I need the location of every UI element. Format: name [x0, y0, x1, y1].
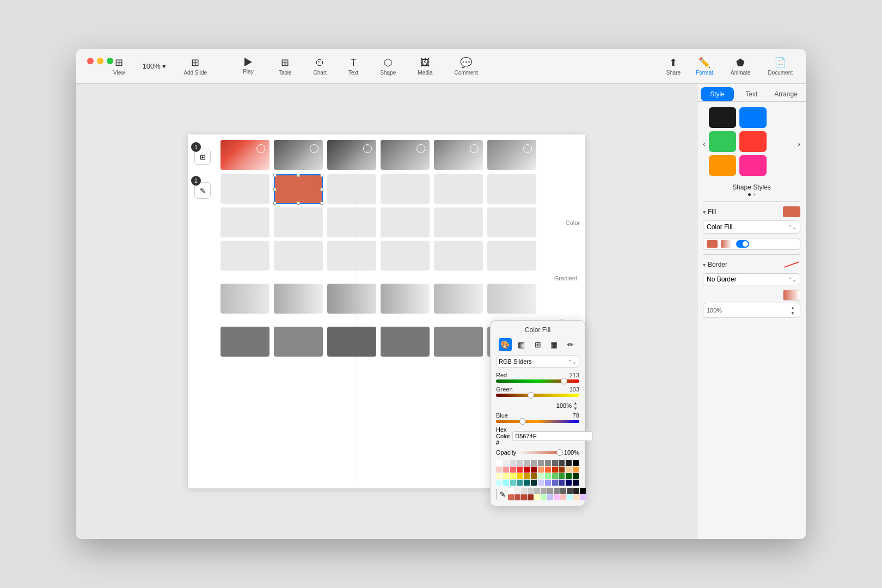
bottom-swatch-cell[interactable]	[534, 494, 540, 500]
palette-cell[interactable]	[531, 473, 537, 479]
palette-cell[interactable]	[517, 473, 523, 479]
panel-stepper[interactable]: ▲ ▼	[789, 305, 797, 316]
image-thumb-3[interactable]	[327, 327, 376, 357]
text-button[interactable]: T Text	[344, 55, 363, 78]
palette-cell[interactable]	[538, 460, 544, 466]
palette-cell[interactable]	[503, 473, 509, 479]
palette-cell[interactable]	[545, 460, 551, 466]
color-thumb-r2-3[interactable]	[327, 207, 376, 237]
border-select-row[interactable]: No Border ⌃⌄	[703, 273, 800, 285]
tab-text[interactable]: Text	[735, 87, 768, 101]
palette-cell[interactable]	[566, 480, 572, 486]
color-thumb-3[interactable]	[327, 174, 376, 204]
palette-cell[interactable]	[545, 473, 551, 479]
color-thumb-r3-3[interactable]	[327, 241, 376, 271]
swatch-thumb-grey1[interactable]	[274, 140, 323, 170]
minimize-button[interactable]	[97, 58, 103, 64]
color-thumb-r2-5[interactable]	[434, 207, 483, 237]
image-thumb-5[interactable]	[434, 327, 483, 357]
style-swatch-pink[interactable]	[739, 155, 767, 176]
stepper-down[interactable]: ▼	[572, 406, 579, 411]
resize-dot-ml[interactable]	[273, 188, 277, 191]
opacity-thumb[interactable]	[556, 449, 563, 456]
swatch-thumb-grey5[interactable]	[487, 140, 536, 170]
style-nav-right[interactable]: ›	[798, 139, 800, 148]
palette-cell[interactable]	[524, 473, 530, 479]
style-nav-left[interactable]: ‹	[703, 139, 706, 148]
gradient-thumb-6[interactable]	[487, 284, 536, 314]
pencil-btn[interactable]: ✏	[564, 338, 577, 351]
color-thumb-r3-6[interactable]	[487, 241, 536, 271]
palette-cell[interactable]	[538, 467, 544, 473]
palette-cell[interactable]	[573, 473, 579, 479]
color-thumb-6[interactable]	[487, 174, 536, 204]
stepper-up[interactable]: ▲	[572, 400, 579, 406]
color-thumb-5[interactable]	[434, 174, 483, 204]
palette-cell[interactable]	[517, 467, 523, 473]
palette-cell[interactable]	[566, 460, 572, 466]
bottom-swatch-cell[interactable]	[554, 488, 560, 494]
swatch-thumb-grey3[interactable]	[381, 140, 430, 170]
palette-cell[interactable]	[524, 467, 530, 473]
color-thumb-selected[interactable]	[274, 174, 323, 204]
resize-dot-br[interactable]	[320, 201, 323, 205]
palette-cell[interactable]	[552, 473, 558, 479]
red-slider-thumb[interactable]	[561, 378, 567, 384]
palette-cell[interactable]	[524, 460, 530, 466]
palette-cell[interactable]	[552, 480, 558, 486]
mode-select[interactable]: RGB Sliders ⌃⌄	[496, 356, 579, 367]
resize-dot-mr[interactable]	[320, 188, 323, 191]
gradient-thumb-3[interactable]	[327, 284, 376, 314]
palette-cell[interactable]	[496, 460, 502, 466]
bottom-swatch-cell[interactable]	[521, 488, 527, 494]
panel-stepper-up[interactable]: ▲	[789, 305, 797, 310]
palette-cell[interactable]	[545, 467, 551, 473]
chart-button[interactable]: ⏲ Chart	[309, 55, 331, 78]
bottom-swatch-cell[interactable]	[541, 488, 547, 494]
opacity-stepper[interactable]: ▲ ▼	[572, 400, 579, 411]
bottom-swatch-cell[interactable]	[508, 488, 514, 494]
maximize-button[interactable]	[107, 58, 113, 64]
swatch-thumb-grey4[interactable]	[434, 140, 483, 170]
palette-cell[interactable]	[531, 467, 537, 473]
color-thumb-r2-4[interactable]	[381, 207, 430, 237]
bottom-swatch-cell[interactable]	[508, 494, 514, 500]
bottom-swatch-cell[interactable]	[528, 494, 534, 500]
green-slider-track[interactable]	[496, 394, 579, 397]
canvas-area[interactable]: 1 ⊞ 2 ✎	[76, 84, 697, 539]
palette-cell[interactable]	[559, 473, 565, 479]
swatch-thumb-grey2[interactable]	[327, 140, 376, 170]
table-button[interactable]: ⊞ Table	[274, 54, 296, 78]
green-slider-thumb[interactable]	[528, 392, 534, 399]
palette-cell[interactable]	[496, 480, 502, 486]
palette-cell[interactable]	[503, 480, 509, 486]
palette-cell[interactable]	[559, 467, 565, 473]
bottom-swatch-cell[interactable]	[547, 494, 553, 500]
palette-cell[interactable]	[573, 467, 579, 473]
resize-dot-bl[interactable]	[273, 201, 277, 205]
image-thumb-4[interactable]	[381, 327, 430, 357]
animate-button[interactable]: ⬟ Animate	[724, 54, 757, 78]
bottom-swatch-cell[interactable]	[514, 488, 520, 494]
style-swatch-green[interactable]	[709, 131, 736, 152]
palette-cell[interactable]	[573, 480, 579, 486]
color-thumb-r3-4[interactable]	[381, 241, 430, 271]
color-thumb-r3-2[interactable]	[274, 241, 323, 271]
style-swatch-red[interactable]	[739, 131, 767, 152]
bottom-swatch-cell[interactable]	[573, 494, 579, 500]
resize-dot-tl[interactable]	[273, 174, 277, 177]
media-button[interactable]: 🖼 Media	[413, 55, 437, 78]
close-button[interactable]	[87, 58, 94, 64]
bottom-swatch-cell[interactable]	[567, 494, 573, 500]
palette-btn[interactable]: ▦	[548, 338, 561, 351]
bottom-swatch-cell[interactable]	[573, 488, 579, 494]
color-thumb-1[interactable]	[220, 174, 270, 204]
hex-input[interactable]	[512, 431, 593, 441]
bottom-swatch-cell[interactable]	[534, 488, 540, 494]
palette-cell[interactable]	[538, 480, 544, 486]
eyedropper-icon[interactable]: ✎	[499, 490, 506, 499]
bottom-swatch-cell[interactable]	[541, 494, 547, 500]
palette-cell[interactable]	[503, 460, 509, 466]
format-button[interactable]: ✏️ Format	[689, 54, 720, 78]
palette-cell[interactable]	[559, 460, 565, 466]
